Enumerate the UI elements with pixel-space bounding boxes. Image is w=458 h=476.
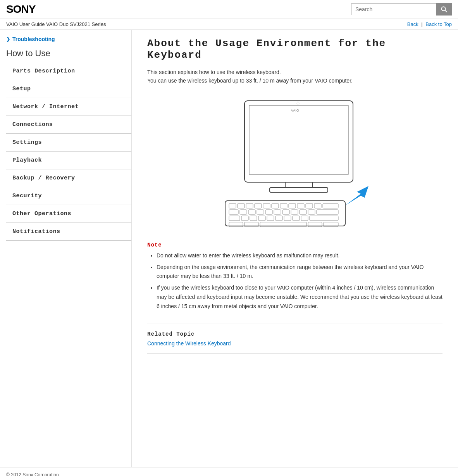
footer: © 2012 Sony Corporation (0, 467, 458, 476)
svg-rect-25 (265, 210, 272, 214)
search-icon (441, 6, 447, 12)
sidebar-item-network-internet[interactable]: Network / Internet (6, 98, 131, 116)
note-section: Note Do not allow water to enter the wir… (147, 242, 443, 311)
svg-rect-34 (250, 216, 257, 221)
svg-rect-33 (241, 216, 248, 221)
svg-rect-2 (244, 101, 353, 182)
svg-rect-14 (272, 204, 279, 208)
svg-rect-22 (240, 210, 247, 214)
svg-rect-35 (258, 216, 265, 221)
sony-logo: SONY (6, 3, 35, 16)
svg-rect-28 (291, 210, 298, 214)
svg-rect-41 (310, 216, 338, 221)
how-to-use-heading: How to Use (6, 48, 131, 59)
svg-rect-10 (238, 204, 244, 208)
troubleshooting-link[interactable]: Troubleshooting (6, 36, 131, 42)
svg-rect-4 (285, 182, 312, 188)
search-input[interactable] (351, 3, 436, 15)
nav-separator: | (421, 21, 424, 27)
related-topic-section: Related Topic Connecting the Wireless Ke… (147, 324, 443, 354)
sidebar-item-other-operations[interactable]: Other Operations (6, 205, 131, 223)
content-area: About the Usage Environment for the Keyb… (132, 30, 458, 467)
nav-links: Back | Back to Top (407, 21, 452, 27)
page-title: About the Usage Environment for the Keyb… (147, 38, 443, 61)
svg-rect-32 (229, 216, 240, 221)
copyright: © 2012 Sony Corporation (6, 472, 59, 476)
search-button[interactable] (436, 3, 452, 16)
svg-rect-21 (229, 210, 238, 214)
note-list-item: If you use the wireless keyboard too clo… (157, 283, 443, 311)
sidebar-nav: Parts DescriptionSetupNetwork / Internet… (6, 62, 131, 241)
svg-rect-9 (229, 204, 236, 208)
sidebar-item-backup-recovery[interactable]: Backup / Recovery (6, 169, 131, 187)
svg-rect-40 (301, 216, 308, 221)
svg-rect-36 (267, 216, 274, 221)
sidebar-item-setup[interactable]: Setup (6, 80, 131, 98)
intro-line2: You can use the wireless keyboard up to … (147, 78, 353, 84)
svg-rect-24 (257, 210, 264, 214)
note-list-item: Do not allow water to enter the wireless… (157, 251, 443, 260)
svg-rect-12 (255, 204, 262, 208)
svg-line-1 (445, 10, 447, 12)
svg-rect-23 (248, 210, 255, 214)
note-list-item: Depending on the usage environment, the … (157, 263, 443, 281)
svg-rect-16 (289, 204, 296, 208)
svg-rect-19 (314, 204, 321, 208)
svg-rect-15 (280, 204, 287, 208)
search-area (351, 3, 452, 16)
svg-point-7 (297, 102, 299, 104)
svg-rect-39 (293, 216, 300, 221)
sidebar-item-security[interactable]: Security (6, 187, 131, 205)
sidebar-item-playback[interactable]: Playback (6, 152, 131, 169)
sidebar-item-settings[interactable]: Settings (6, 134, 131, 152)
intro-line1: This section explains how to use the wir… (147, 69, 281, 75)
nav-title: VAIO User Guide VAIO Duo SVJ2021 Series (6, 21, 106, 27)
note-label: Note (147, 242, 443, 248)
svg-rect-27 (282, 210, 289, 214)
sidebar-item-connections[interactable]: Connections (6, 116, 131, 134)
svg-marker-47 (345, 186, 368, 205)
svg-rect-20 (323, 204, 338, 208)
svg-text:VAIO: VAIO (291, 109, 299, 112)
svg-rect-3 (249, 105, 348, 174)
svg-rect-29 (300, 210, 306, 214)
related-topic-link[interactable]: Connecting the Wireless Keyboard (147, 340, 231, 347)
svg-rect-38 (284, 216, 291, 221)
keyboard-monitor-illustration: VAIO (202, 93, 388, 233)
nav-bar: VAIO User Guide VAIO Duo SVJ2021 Series … (0, 19, 458, 30)
svg-rect-18 (306, 204, 313, 208)
sidebar-item-notifications[interactable]: Notifications (6, 223, 131, 241)
svg-rect-13 (263, 204, 270, 208)
sidebar-item-parts-description[interactable]: Parts Description (6, 62, 131, 80)
svg-rect-37 (275, 216, 282, 221)
svg-rect-5 (270, 188, 328, 192)
svg-rect-11 (246, 204, 253, 208)
svg-rect-17 (297, 204, 304, 208)
svg-point-0 (442, 7, 446, 11)
svg-rect-30 (308, 210, 315, 214)
intro-text: This section explains how to use the wir… (147, 68, 443, 85)
related-topic-heading: Related Topic (147, 331, 443, 337)
svg-rect-26 (274, 210, 281, 214)
sidebar: Troubleshooting How to Use Parts Descrip… (0, 30, 132, 467)
svg-rect-31 (317, 210, 338, 214)
back-to-top-link[interactable]: Back to Top (425, 21, 452, 27)
note-list: Do not allow water to enter the wireless… (147, 251, 443, 311)
back-link[interactable]: Back (407, 21, 418, 27)
